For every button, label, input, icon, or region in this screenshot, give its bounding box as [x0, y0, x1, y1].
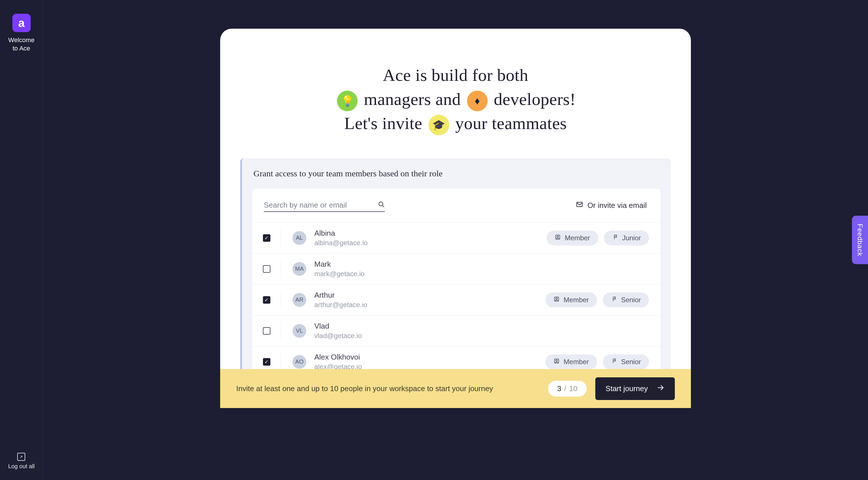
logo-glyph: a [18, 16, 24, 30]
badges: MemberSenior [546, 354, 649, 369]
counter-total: 10 [569, 384, 578, 393]
level-label: Senior [621, 296, 641, 304]
svg-point-6 [556, 298, 557, 300]
checkbox-cell: ✓ [252, 229, 281, 247]
headline-part-2b: developers! [494, 90, 576, 109]
search-wrap [264, 199, 385, 212]
person-info: Arthurarthur@getace.io [314, 291, 546, 309]
badges: MemberJunior [547, 231, 649, 245]
svg-point-4 [557, 236, 559, 238]
person-row: ✓ALAlbinaalbina@getace.ioMemberJunior [252, 222, 660, 253]
person-row: VLVladvlad@getace.io [252, 315, 660, 346]
level-icon [612, 234, 618, 242]
person-icon [555, 234, 561, 242]
person-name: Mark [314, 260, 649, 269]
person-info: Markmark@getace.io [314, 260, 649, 278]
svg-point-8 [556, 360, 557, 362]
badges: MemberSenior [546, 293, 649, 307]
headline-part-3b: your teammates [455, 114, 567, 133]
headline: Ace is build for both 💡 managers and ♦ d… [240, 63, 671, 135]
person-email: arthur@getace.io [314, 301, 546, 309]
role-label: Member [564, 296, 589, 304]
avatar: VL [292, 324, 306, 338]
person-checkbox[interactable] [263, 327, 270, 335]
checkbox-cell [252, 260, 281, 278]
person-row: MAMarkmark@getace.io [252, 253, 660, 284]
person-checkbox[interactable]: ✓ [263, 296, 270, 304]
person-email: mark@getace.io [314, 270, 649, 278]
search-row: Or invite via email [252, 189, 660, 215]
welcome-line-2: to Ace [12, 45, 30, 52]
level-icon [611, 296, 617, 304]
role-badge[interactable]: Member [546, 293, 597, 307]
footer-bar: Invite at least one and up to 10 people … [220, 369, 691, 408]
person-icon [553, 358, 560, 366]
onboarding-card: Ace is build for both 💡 managers and ♦ d… [220, 29, 691, 408]
mail-icon [576, 201, 583, 210]
search-input[interactable] [264, 199, 373, 211]
headline-part-3a: Let's invite [344, 114, 422, 133]
start-journey-button[interactable]: Start journey [595, 377, 675, 400]
role-badge[interactable]: Member [547, 231, 598, 245]
avatar: AL [292, 231, 306, 245]
lightbulb-icon: 💡 [337, 91, 358, 111]
checkbox-cell: ✓ [252, 291, 281, 309]
section-title: Grant access to your team members based … [253, 169, 660, 178]
svg-line-1 [382, 205, 384, 207]
level-label: Junior [622, 234, 641, 242]
graduation-icon: 🎓 [429, 115, 449, 135]
person-name: Alex Olkhovoi [314, 353, 546, 362]
person-checkbox[interactable]: ✓ [263, 358, 270, 366]
person-name: Albina [314, 229, 547, 238]
svg-point-0 [379, 202, 383, 206]
arrow-right-icon [656, 384, 664, 394]
level-badge[interactable]: Senior [603, 293, 649, 307]
person-name: Vlad [314, 322, 649, 331]
avatar: MA [292, 262, 306, 276]
counter-current: 3 [557, 384, 561, 393]
footer-hint: Invite at least one and up to 10 people … [236, 384, 493, 393]
feedback-label: Feedback [856, 224, 864, 256]
person-email: albina@getace.io [314, 239, 547, 247]
start-journey-label: Start journey [606, 384, 648, 393]
invite-via-email-link[interactable]: Or invite via email [576, 201, 647, 210]
checkbox-cell: ✓ [252, 353, 281, 371]
person-checkbox[interactable] [263, 265, 270, 273]
logout-button[interactable]: ↗ Log out all [8, 453, 34, 470]
person-info: Albinaalbina@getace.io [314, 229, 547, 247]
welcome-text: Welcome to Ace [8, 36, 34, 53]
person-name: Arthur [314, 291, 546, 300]
invite-counter: 3 / 10 [548, 381, 587, 397]
sidebar: a Welcome to Ace ↗ Log out all [0, 0, 43, 480]
headline-part-2a: managers and [364, 90, 461, 109]
welcome-line-1: Welcome [8, 36, 34, 43]
logout-icon: ↗ [17, 453, 25, 461]
person-email: vlad@getace.io [314, 332, 649, 340]
role-badge[interactable]: Member [546, 354, 597, 369]
invite-link-label: Or invite via email [587, 201, 647, 210]
level-icon [611, 358, 617, 366]
level-label: Senior [621, 358, 641, 366]
level-badge[interactable]: Junior [604, 231, 649, 245]
person-info: Alex Olkhovoialex@getace.io [314, 353, 546, 371]
person-icon [553, 296, 560, 304]
feedback-tab[interactable]: Feedback [852, 216, 868, 264]
app-logo[interactable]: a [12, 14, 31, 32]
headline-part-1: Ace is build for both [383, 66, 528, 84]
role-label: Member [564, 358, 589, 366]
diamond-icon: ♦ [467, 91, 488, 111]
counter-sep: / [564, 384, 566, 393]
person-row: ✓ARArthurarthur@getace.ioMemberSenior [252, 284, 660, 315]
avatar: AO [292, 355, 306, 369]
main-area: Ace is build for both 💡 managers and ♦ d… [43, 0, 868, 480]
person-checkbox[interactable]: ✓ [263, 234, 270, 242]
person-info: Vladvlad@getace.io [314, 322, 649, 340]
search-icon[interactable] [378, 201, 385, 210]
level-badge[interactable]: Senior [603, 354, 649, 369]
checkbox-cell [252, 322, 281, 340]
avatar: AR [292, 293, 306, 307]
role-label: Member [565, 234, 590, 242]
logout-label: Log out all [8, 463, 34, 470]
